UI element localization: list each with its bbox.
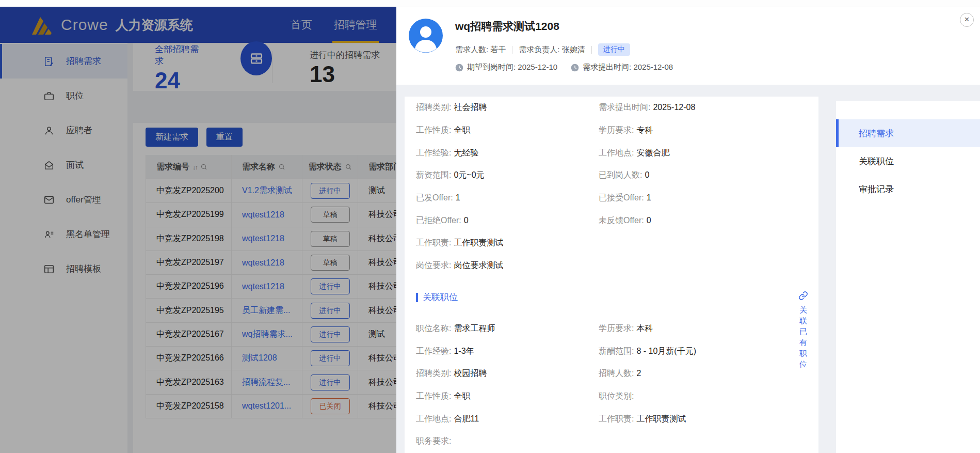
drawer-meta: 需求人数: 若干 需求负责人: 张婉清 进行中 <box>455 43 630 56</box>
link-existing-position-button[interactable]: 关联已有职位 <box>798 291 808 369</box>
detail-row: 工作经验:无经验 工作地点:安徽合肥 <box>416 142 807 164</box>
drawer-anchor-panel: 招聘需求 关联职位 审批记录 <box>836 101 980 453</box>
detail-row: 招聘类别:社会招聘 需求提出时间:2025-12-08 <box>416 97 807 119</box>
drawer-title: wq招聘需求测试1208 <box>455 19 559 34</box>
drawer-times: 期望到岗时间: 2025-12-10 需求提出时间: 2025-12-08 <box>455 63 673 72</box>
detail-row: 岗位要求:岗位要求测试 <box>416 255 807 277</box>
close-icon[interactable]: × <box>960 13 974 27</box>
drawer-detail-card: 招聘类别:社会招聘 需求提出时间:2025-12-08 工作性质:全职 学历要求… <box>405 97 818 453</box>
detail-row: 工作经验:1-3年 薪酬范围:8 - 10月薪(千元) <box>416 340 807 363</box>
anchor-tab-related-positions[interactable]: 关联职位 <box>836 147 980 175</box>
status-pill: 进行中 <box>598 43 630 56</box>
clock-icon <box>455 64 463 72</box>
detail-row: 已发Offer:1 已接受Offer:1 <box>416 187 807 210</box>
detail-row: 工作性质:全职 职位类别: <box>416 385 807 408</box>
detail-row: 工作性质:全职 学历要求:专科 <box>416 119 807 142</box>
headcount: 需求人数: 若干 <box>455 45 506 55</box>
detail-row: 职务要求: <box>416 430 807 453</box>
detail-row: 已拒绝Offer:0 未反馈Offer:0 <box>416 209 807 232</box>
detail-row: 招聘类别:校园招聘 招聘人数:2 <box>416 363 807 385</box>
detail-row: 职位名称:需求工程师 学历要求:本科 <box>416 318 807 340</box>
divider <box>591 46 592 54</box>
requirement-submit-time: 需求提出时间: 2025-12-08 <box>571 63 673 72</box>
owner: 需求负责人: 张婉清 <box>519 45 585 55</box>
anchor-tab-approval-records[interactable]: 审批记录 <box>836 175 980 203</box>
clock-icon <box>571 64 579 72</box>
drawer-header: wq招聘需求测试1208 需求人数: 若干 需求负责人: 张婉清 进行中 期望到… <box>396 7 980 85</box>
section-bar <box>416 293 418 302</box>
page: Crowe 人力资源系统 首页 招聘管理 人事 招聘需求 职位 应聘者 面试 o… <box>0 0 980 453</box>
detail-row: 薪资范围:0元~0元 已到岗人数:0 <box>416 164 807 187</box>
expected-onboard-time: 期望到岗时间: 2025-12-10 <box>455 63 557 72</box>
detail-row: 工作职责:工作职责测试 <box>416 232 807 255</box>
section-related-positions: 关联职位 <box>416 277 807 318</box>
detail-row: 工作地点:合肥11 工作职责:工作职责测试 <box>416 408 807 430</box>
link-icon <box>798 291 808 301</box>
avatar <box>409 19 443 53</box>
anchor-tab-requirement[interactable]: 招聘需求 <box>836 119 980 147</box>
top-strip <box>0 0 980 7</box>
divider <box>512 46 512 54</box>
requirement-detail-drawer: wq招聘需求测试1208 需求人数: 若干 需求负责人: 张婉清 进行中 期望到… <box>396 7 980 453</box>
